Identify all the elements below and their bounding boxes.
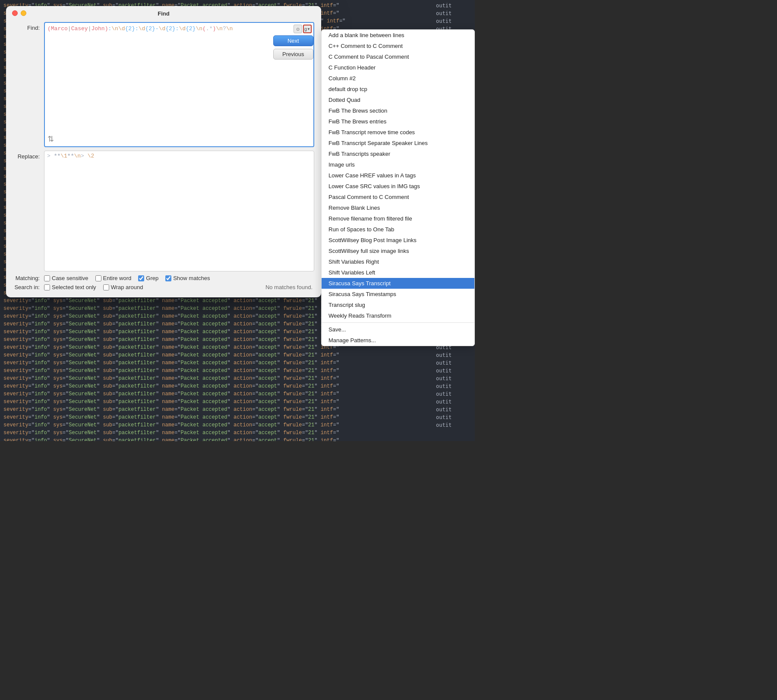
dropdown-item-5[interactable]: default drop tcp (322, 84, 474, 95)
editor-line: severity="info" sys="SecureNet" sub="pac… (3, 437, 471, 441)
dropdown-item-20[interactable]: ScottWillsey full size image links (322, 246, 474, 256)
entire-word-option[interactable]: Entire word (95, 275, 132, 281)
dropdown-item-13[interactable]: Lower Case HREF values in A tags (322, 170, 474, 181)
replace-field-row: Replace: > **\1**\n> \2 (13, 151, 314, 271)
search-in-row: Search in: Selected text only Wrap aroun… (13, 284, 314, 290)
editor-line: severity="info" sys="SecureNet" sub="pac… (3, 413, 471, 421)
matching-label: Matching: (13, 275, 44, 281)
dropdown-item-4[interactable]: Column #2 (322, 73, 474, 84)
dialog-title: Find (158, 10, 169, 17)
wrap-around-checkbox[interactable] (103, 284, 109, 290)
editor-line: severity="info" sys="SecureNet" sub="pac… (3, 367, 471, 375)
replace-input[interactable]: > **\1**\n> \2 (47, 153, 311, 159)
editor-line: severity="info" sys="SecureNet" sub="pac… (3, 421, 471, 429)
dropdown-item-26[interactable]: Weekly Reads Transform (322, 310, 474, 321)
dropdown-item-9[interactable]: FwB Transcript remove time codes (322, 127, 474, 138)
previous-button[interactable]: Previous (273, 49, 313, 60)
replace-input-wrapper[interactable]: > **\1**\n> \2 (44, 151, 314, 271)
dropdown-item-24[interactable]: Siracusa Says Timestamps (322, 289, 474, 300)
dropdown-item-7[interactable]: FwB The Brews section (322, 105, 474, 116)
dropdown-item-17[interactable]: Remove filename from filtered file (322, 213, 474, 224)
editor-line: severity="info" sys="SecureNet" sub="pac… (3, 382, 471, 390)
case-sensitive-checkbox[interactable] (44, 275, 50, 281)
traffic-lights (12, 10, 26, 16)
replace-label: Replace: (13, 151, 44, 160)
search-in-label: Search in: (13, 284, 44, 290)
dropdown-item-22[interactable]: Shift Variables Left (322, 267, 474, 278)
input-icon-buttons: ⊙ g ▼ (294, 25, 312, 33)
dropdown-item-18[interactable]: Run of Spaces to One Tab (322, 224, 474, 235)
case-sensitive-label: Case sensitive (52, 275, 88, 281)
selected-text-option[interactable]: Selected text only (44, 284, 96, 290)
case-sensitive-option[interactable]: Case sensitive (44, 275, 88, 281)
editor-line: severity="info" sys="SecureNet" sub="pac… (3, 359, 471, 367)
grep-checkbox[interactable] (138, 275, 144, 281)
wrap-around-option[interactable]: Wrap around (103, 284, 143, 290)
editor-line: severity="info" sys="SecureNet" sub="pac… (3, 390, 471, 398)
dialog-titlebar: Find (6, 6, 321, 20)
dropdown-item-14[interactable]: Lower Case SRC values in IMG tags (322, 181, 474, 192)
dropdown-item-15[interactable]: Pascal Comment to C Comment (322, 192, 474, 202)
dropdown-item-23-selected[interactable]: Siracusa Says Transcript (322, 278, 474, 289)
dropdown-manage[interactable]: Manage Patterns... (322, 335, 474, 346)
editor-line: severity="info" sys="SecureNet" sub="pac… (3, 351, 471, 359)
patterns-dropdown: Add a blank line between lines C++ Comme… (321, 29, 475, 346)
entire-word-checkbox[interactable] (95, 275, 101, 281)
dropdown-item-6[interactable]: Dotted Quad (322, 95, 474, 105)
minimize-button[interactable] (21, 10, 26, 16)
find-field-row: Find: (Marco|Casey|John):\n\d{2}:\d{2}-\… (13, 22, 314, 147)
dialog-body: Find: (Marco|Casey|John):\n\d{2}:\d{2}-\… (6, 20, 321, 290)
dropdown-divider (322, 322, 474, 323)
grep-option[interactable]: Grep (138, 275, 158, 281)
dropdown-item-12[interactable]: Image urls (322, 159, 474, 170)
editor-line: severity="info" sys="SecureNet" sub="pac… (3, 398, 471, 406)
dropdown-item-21[interactable]: Shift Variables Right (322, 256, 474, 267)
show-matches-label: Show matches (173, 275, 210, 281)
selected-text-checkbox[interactable] (44, 284, 50, 290)
dropdown-item-2[interactable]: C Comment to Pascal Comment (322, 51, 474, 62)
dropdown-item-16[interactable]: Remove Blank Lines (322, 202, 474, 213)
no-matches-status: No matches found. (265, 284, 314, 290)
entire-word-label: Entire word (103, 275, 132, 281)
dropdown-item-11[interactable]: FwB Transcripts speaker (322, 148, 474, 159)
dropdown-item-8[interactable]: FwB The Brews entries (322, 116, 474, 127)
dropdown-item-0[interactable]: Add a blank line between lines (322, 30, 474, 41)
show-matches-checkbox[interactable] (165, 275, 171, 281)
g-dropdown-button[interactable]: g ▼ (303, 25, 312, 33)
matching-options-row: Matching: Case sensitive Entire word Gre… (13, 275, 314, 281)
dropdown-item-3[interactable]: C Function Header (322, 62, 474, 73)
action-buttons: Next Previous (273, 35, 313, 60)
multiline-icon: ⇅ (47, 134, 54, 144)
find-input[interactable]: (Marco|Casey|John):\n\d{2}:\d{2}-\d{2}:\… (47, 25, 311, 33)
wrap-around-label: Wrap around (111, 284, 143, 290)
editor-line: severity="info" sys="SecureNet" sub="pac… (3, 429, 471, 437)
clock-icon-button[interactable]: ⊙ (294, 25, 302, 33)
dropdown-item-10[interactable]: FwB Transcript Separate Speaker Lines (322, 138, 474, 148)
dropdown-item-25[interactable]: Transcript slug (322, 300, 474, 310)
editor-line: severity="info" sys="SecureNet" sub="pac… (3, 406, 471, 413)
selected-text-label: Selected text only (52, 284, 96, 290)
dropdown-item-19[interactable]: ScottWillsey Blog Post Image Links (322, 235, 474, 246)
find-label: Find: (13, 22, 44, 31)
editor-line: severity="info" sys="SecureNet" sub="pac… (3, 375, 471, 382)
dropdown-item-1[interactable]: C++ Comment to C Comment (322, 41, 474, 51)
dropdown-save[interactable]: Save... (322, 324, 474, 335)
close-button[interactable] (12, 10, 18, 16)
show-matches-option[interactable]: Show matches (165, 275, 210, 281)
grep-label: Grep (146, 275, 158, 281)
next-button[interactable]: Next (273, 35, 313, 46)
